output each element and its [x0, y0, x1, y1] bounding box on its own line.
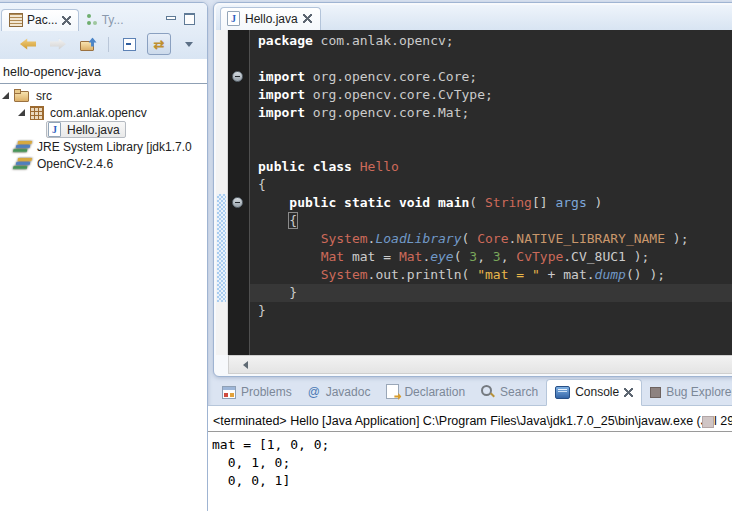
- console-toolbar: [702, 412, 714, 430]
- close-icon[interactable]: [624, 388, 633, 397]
- editor-tabbar: Hello.java: [216, 5, 732, 30]
- code-line[interactable]: {: [250, 176, 732, 194]
- package-explorer-toolbar: [0, 31, 207, 59]
- tree-item-jre-system-library-jdk1-7-0[interactable]: JRE System Library [jdk1.7.0: [0, 138, 207, 155]
- code-line[interactable]: public static void main( String[] args ): [250, 194, 732, 212]
- declaration-icon: [386, 384, 399, 399]
- code-line[interactable]: System.out.println( "mat = " + mat.dump(…: [250, 266, 732, 284]
- package-explorer-view: Pac...Ty... hello-opencv-java srccom.anl…: [0, 2, 208, 511]
- close-icon[interactable]: [62, 16, 71, 25]
- code-token: );: [665, 231, 688, 246]
- panel-tab-declaration[interactable]: Declaration: [378, 379, 473, 405]
- panel-tab-bug-explorer[interactable]: Bug Explorer: [642, 380, 732, 405]
- code-token: {: [258, 177, 266, 192]
- code-line[interactable]: }: [250, 284, 732, 302]
- collapse-arrow-icon[interactable]: [1, 91, 10, 100]
- expand-arrow-icon[interactable]: [33, 125, 42, 134]
- collapse-all-button[interactable]: [117, 33, 141, 55]
- panel-tab-javadoc[interactable]: Javadoc: [300, 380, 379, 405]
- view-tab-pac[interactable]: Pac...: [1, 9, 79, 31]
- library-icon: [13, 157, 33, 170]
- code-token: (: [469, 195, 485, 210]
- expand-arrow-icon[interactable]: [1, 142, 10, 151]
- panel-tab-console[interactable]: Console: [546, 379, 642, 406]
- fold-collapse-icon[interactable]: [232, 197, 243, 208]
- view-menu-button[interactable]: [177, 33, 201, 55]
- arrow-right-icon: [50, 39, 66, 50]
- editor-tab-label: Hello.java: [245, 12, 298, 26]
- code-token: 3: [469, 249, 477, 264]
- close-icon[interactable]: [303, 14, 312, 23]
- code-token: import: [258, 105, 305, 120]
- expand-arrow-icon[interactable]: [1, 159, 10, 168]
- code-token: Hello: [360, 159, 399, 174]
- code-line[interactable]: import org.opencv.core.Mat;: [250, 104, 732, 122]
- code-token: org.opencv.core.CvType;: [305, 87, 493, 102]
- tree-item-label: com.anlak.opencv: [48, 106, 149, 120]
- code-token: mat =: [344, 249, 399, 264]
- project-root-label[interactable]: hello-opencv-java: [0, 63, 207, 84]
- tree-item-src[interactable]: src: [0, 87, 207, 104]
- console-output[interactable]: mat = [1, 0, 0; 0, 1, 0; 0, 0, 1]: [208, 432, 732, 490]
- tree-item-hello-java[interactable]: Hello.java: [0, 121, 207, 138]
- code-token: [258, 267, 321, 282]
- code-token: []: [532, 195, 555, 210]
- tree-item-opencv-2-4-6[interactable]: OpenCV-2.4.6: [0, 155, 207, 172]
- scroll-left-icon[interactable]: [243, 361, 248, 369]
- panel-tab-problems[interactable]: Problems: [214, 380, 300, 405]
- code-token: args: [555, 195, 586, 210]
- package-explorer-icon: [9, 13, 23, 27]
- minimize-icon[interactable]: [166, 15, 175, 24]
- code-token: ): [587, 195, 603, 210]
- code-token: Mat: [321, 249, 344, 264]
- tree-item-com-anlak-opencv[interactable]: com.anlak.opencv: [0, 104, 207, 121]
- code-line[interactable]: import org.opencv.core.Core;: [250, 68, 732, 86]
- code-editor[interactable]: package com.anlak.opencv;import org.open…: [250, 30, 732, 355]
- panel-tab-search[interactable]: Search: [473, 380, 546, 405]
- link-with-editor-button[interactable]: [147, 33, 171, 55]
- code-token: dump: [595, 267, 626, 282]
- problems-icon: [222, 386, 236, 399]
- code-token: Core: [477, 231, 508, 246]
- editor-tab-hello-java[interactable]: Hello.java: [220, 7, 321, 30]
- view-tab-ty[interactable]: Ty...: [79, 10, 131, 31]
- code-token: }: [258, 285, 297, 300]
- code-line[interactable]: import org.opencv.core.CvType;: [250, 86, 732, 104]
- java-file-icon: [48, 122, 61, 137]
- package-icon: [30, 106, 44, 120]
- tree-selection: Hello.java: [46, 121, 126, 138]
- annotation-ruler[interactable]: [216, 30, 228, 355]
- panel-tab-label: Search: [500, 385, 538, 399]
- project-tree: srccom.anlak.opencvHello.javaJRE System …: [0, 87, 207, 172]
- code-line[interactable]: package com.anlak.opencv;: [250, 32, 732, 50]
- code-token: {: [288, 212, 298, 229]
- collapse-arrow-icon[interactable]: [17, 108, 26, 117]
- terminate-icon: [702, 416, 714, 428]
- code-token: ,: [477, 249, 493, 264]
- maximize-icon[interactable]: [184, 13, 195, 25]
- code-line[interactable]: [250, 122, 732, 140]
- code-line[interactable]: public class Hello: [250, 158, 732, 176]
- forward-button[interactable]: [46, 33, 70, 55]
- code-token: import: [258, 87, 305, 102]
- code-line[interactable]: {: [250, 212, 732, 230]
- editor-hscrollbar[interactable]: [228, 355, 732, 374]
- code-line[interactable]: }: [250, 302, 732, 320]
- up-button[interactable]: [76, 33, 100, 55]
- folding-ruler[interactable]: [228, 30, 250, 355]
- back-button[interactable]: [16, 33, 40, 55]
- code-line[interactable]: System.LoadLibrary( Core.NATIVE_LIBRARY_…: [250, 230, 732, 248]
- code-line[interactable]: [250, 140, 732, 158]
- code-token: public static void main: [289, 195, 469, 210]
- panel-tab-label: Javadoc: [326, 385, 371, 399]
- code-line[interactable]: [250, 50, 732, 68]
- code-token: import: [258, 69, 305, 84]
- fold-collapse-icon[interactable]: [232, 71, 243, 82]
- tree-item-label: OpenCV-2.4.6: [35, 157, 115, 171]
- method-range-indicator: [217, 194, 226, 302]
- collapse-all-icon: [123, 38, 136, 51]
- code-token: CvType: [516, 249, 563, 264]
- code-token: eye: [430, 249, 453, 264]
- terminate-button[interactable]: [702, 412, 714, 430]
- code-line[interactable]: Mat mat = Mat.eye( 3, 3, CvType.CV_8UC1 …: [250, 248, 732, 266]
